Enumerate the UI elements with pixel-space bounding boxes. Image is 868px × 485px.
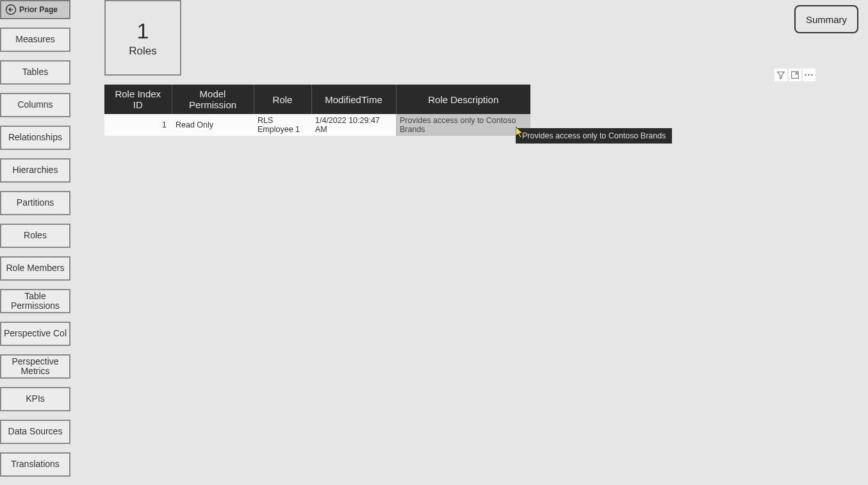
nav-role-members[interactable]: Role Members	[0, 256, 70, 281]
summary-button[interactable]: Summary	[794, 5, 858, 33]
cell-role-index: 1	[104, 114, 172, 136]
col-role[interactable]: Role	[254, 85, 311, 114]
visual-toolbar: ···	[774, 69, 815, 81]
prior-page-label: Prior Page	[19, 5, 58, 14]
nav-label: Table Permissions	[3, 292, 68, 311]
nav-label: Relationships	[8, 133, 62, 142]
nav-tables[interactable]: Tables	[0, 60, 70, 85]
cell-role: RLS Employee 1	[254, 114, 311, 136]
more-options-icon[interactable]: ···	[803, 69, 815, 81]
nav-measures[interactable]: Measures	[0, 28, 70, 52]
summary-label: Summary	[806, 14, 847, 25]
nav-translations[interactable]: Translations	[0, 452, 70, 477]
table-header-row: Role Index ID Model Permission Role Modi…	[104, 85, 530, 114]
cell-modified-time: 1/4/2022 10:29:47 AM	[311, 114, 396, 136]
svg-line-4	[795, 73, 798, 76]
svg-marker-2	[778, 72, 785, 79]
col-role-description[interactable]: Role Description	[396, 85, 530, 114]
nav-relationships[interactable]: Relationships	[0, 126, 70, 150]
nav-roles[interactable]: Roles	[0, 224, 70, 248]
nav-label: Columns	[17, 100, 53, 110]
nav-label: Translations	[11, 459, 60, 469]
col-role-index[interactable]: Role Index ID	[104, 85, 172, 114]
nav-hierarchies[interactable]: Hierarchies	[0, 158, 70, 183]
sidebar: Prior Page Measures Tables Columns Relat…	[0, 0, 70, 477]
roles-card-label: Roles	[129, 45, 156, 58]
col-model-permission[interactable]: Model Permission	[172, 85, 254, 114]
focus-mode-icon[interactable]	[789, 69, 801, 81]
nav-label: Role Members	[6, 263, 64, 273]
roles-card[interactable]: 1 Roles	[104, 0, 181, 76]
tooltip: Provides access only to Contoso Brands	[516, 128, 672, 144]
nav-perspective-col[interactable]: Perspective Col	[0, 322, 70, 346]
nav-label: Measures	[15, 35, 54, 44]
nav-table-permissions[interactable]: Table Permissions	[0, 289, 70, 313]
nav-label: Roles	[24, 231, 47, 240]
nav-label: KPIs	[26, 394, 45, 404]
nav-label: Partitions	[17, 198, 54, 208]
filter-icon[interactable]	[774, 69, 787, 81]
nav-kpis[interactable]: KPIs	[0, 387, 70, 411]
prior-page-button[interactable]: Prior Page	[0, 0, 70, 19]
nav-label: Perspective Col	[4, 329, 67, 338]
table-row[interactable]: 1 Read Only RLS Employee 1 1/4/2022 10:2…	[104, 114, 530, 136]
nav-label: Perspective Metrics	[3, 357, 68, 377]
col-modified-time[interactable]: ModifiedTime	[311, 85, 396, 114]
nav-perspective-metrics[interactable]: Perspective Metrics	[0, 354, 70, 379]
nav-label: Tables	[22, 67, 48, 77]
nav-label: Hierarchies	[13, 165, 58, 175]
arrow-left-icon	[5, 4, 17, 15]
nav-label: Data Sources	[8, 427, 63, 436]
nav-columns[interactable]: Columns	[0, 93, 70, 117]
roles-table: Role Index ID Model Permission Role Modi…	[104, 85, 530, 136]
cell-role-description: Provides access only to Contoso Brands	[396, 114, 530, 136]
cell-model-permission: Read Only	[172, 114, 254, 136]
nav-data-sources[interactable]: Data Sources	[0, 420, 70, 444]
nav-partitions[interactable]: Partitions	[0, 191, 70, 215]
roles-count: 1	[137, 19, 149, 44]
